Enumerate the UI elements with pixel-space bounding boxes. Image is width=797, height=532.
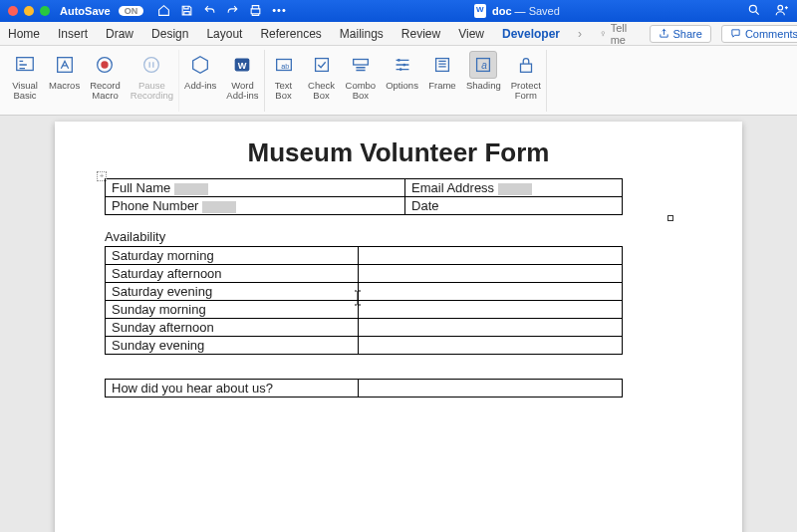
document-title-area: doc — Saved [287,4,747,18]
form-field[interactable] [202,201,236,213]
availability-value-cell[interactable] [359,319,623,337]
chevron-right-icon[interactable]: › [578,27,582,41]
tab-mailings[interactable]: Mailings [340,27,384,41]
ribbon-combo-box[interactable]: Combo Box [341,50,382,112]
tab-view[interactable]: View [458,27,484,41]
hear-value-cell[interactable] [359,380,623,398]
overflow-icon[interactable]: ••• [272,4,287,19]
minimize-window-icon[interactable] [24,6,34,16]
table-row: Sunday evening [106,337,623,355]
ribbon-frame[interactable]: Frame [423,50,461,112]
ribbon-shading[interactable]: a Shading [461,50,506,112]
contact-table[interactable]: Full NameEmail AddressPhone NumberDate [105,178,623,215]
ribbon-tabs: Home Insert Draw Design Layout Reference… [0,22,797,46]
contact-cell[interactable]: Email Address [405,179,623,197]
options-icon [389,51,416,79]
tab-developer[interactable]: Developer [502,27,560,41]
macros-icon [51,51,79,79]
check-box-icon [308,51,336,79]
availability-label: Availability [105,229,692,244]
form-field[interactable] [174,183,208,195]
visual-basic-icon [11,51,39,79]
home-icon[interactable] [157,4,170,19]
tab-draw[interactable]: Draw [106,27,133,41]
table-anchor-icon[interactable]: + [97,171,107,181]
close-window-icon[interactable] [8,6,18,16]
ribbon-options[interactable]: Options [381,50,423,112]
contact-cell[interactable]: Date [405,197,623,215]
ribbon-word-addins[interactable]: W Word Add-ins [221,50,264,112]
window-controls[interactable] [8,6,50,16]
tab-review[interactable]: Review [401,27,440,41]
contact-cell[interactable]: Phone Number [106,197,405,215]
tab-home[interactable]: Home [8,27,40,41]
shading-icon: a [469,51,497,79]
word-doc-icon [474,4,486,18]
ribbon-text-box[interactable]: ab Text Box [265,50,303,112]
availability-cell[interactable]: Saturday afternoon [106,265,359,283]
svg-text:W: W [238,61,247,71]
availability-cell[interactable]: Saturday evening [106,283,359,301]
table-row: Sunday afternoon [106,319,623,337]
availability-value-cell[interactable] [359,247,623,265]
save-icon[interactable] [180,4,193,19]
table-row: Saturday evening [106,283,623,301]
form-field[interactable] [498,183,532,195]
maximize-window-icon[interactable] [40,6,50,16]
autosave-toggle[interactable]: ON [119,6,144,16]
share-user-icon[interactable] [775,3,789,19]
svg-text:a: a [482,60,488,71]
ribbon-addins[interactable]: Add-ins [179,50,221,112]
svg-point-16 [398,68,401,71]
autosave-label: AutoSave [60,5,111,17]
availability-value-cell[interactable] [359,301,623,319]
svg-rect-13 [354,60,369,66]
tab-references[interactable]: References [260,27,321,41]
svg-rect-20 [520,64,531,72]
availability-value-cell[interactable] [359,337,623,355]
redo-icon[interactable] [226,4,239,19]
availability-value-cell[interactable] [359,265,623,283]
ribbon-pause-recording[interactable]: Pause Recording [126,50,179,112]
ribbon-check-box[interactable]: Check Box [303,50,341,112]
availability-cell[interactable]: Saturday morning [106,247,359,265]
svg-point-1 [778,5,783,10]
svg-text:ab: ab [281,62,289,71]
hear-cell[interactable]: How did you hear about us? [106,380,359,398]
ribbon-protect-form[interactable]: Protect Form [506,50,547,112]
availability-table[interactable]: Saturday morningSaturday afternoonSaturd… [105,246,623,355]
table-resize-handle[interactable] [667,215,673,221]
availability-value-cell[interactable] [359,283,623,301]
hear-table[interactable]: How did you hear about us? [105,379,623,398]
text-box-icon: ab [270,51,298,79]
page[interactable]: Museum Volunteer Form + Full NameEmail A… [55,122,742,532]
ribbon-macros[interactable]: Macros [44,50,85,112]
pause-recording-icon [137,51,165,79]
tab-insert[interactable]: Insert [58,27,88,41]
tab-layout[interactable]: Layout [206,27,242,41]
ribbon-record-macro[interactable]: Record Macro [85,50,126,112]
print-icon[interactable] [249,4,262,19]
contact-cell[interactable]: Full Name [106,179,405,197]
tell-me[interactable]: Tell me [600,22,632,46]
availability-cell[interactable]: Sunday evening [106,337,359,355]
record-macro-icon [91,51,119,79]
tab-design[interactable]: Design [151,27,188,41]
svg-point-14 [397,59,399,62]
availability-cell[interactable]: Sunday afternoon [106,319,359,337]
table-row: Saturday afternoon [106,265,623,283]
share-button[interactable]: Share [650,25,711,43]
addins-icon [186,51,214,79]
document-canvas[interactable]: Museum Volunteer Form + Full NameEmail A… [0,116,797,532]
table-row: Sunday morning [106,301,623,319]
titlebar: AutoSave ON ••• doc — Saved [0,0,797,22]
ribbon-visual-basic[interactable]: Visual Basic [6,50,44,112]
protect-form-icon [512,51,540,79]
availability-cell[interactable]: Sunday morning [106,301,359,319]
svg-rect-4 [57,58,72,73]
svg-point-7 [144,58,159,73]
search-icon[interactable] [747,3,761,19]
comments-button[interactable]: Comments [721,25,797,43]
frame-icon [428,51,456,79]
undo-icon[interactable] [203,4,216,19]
